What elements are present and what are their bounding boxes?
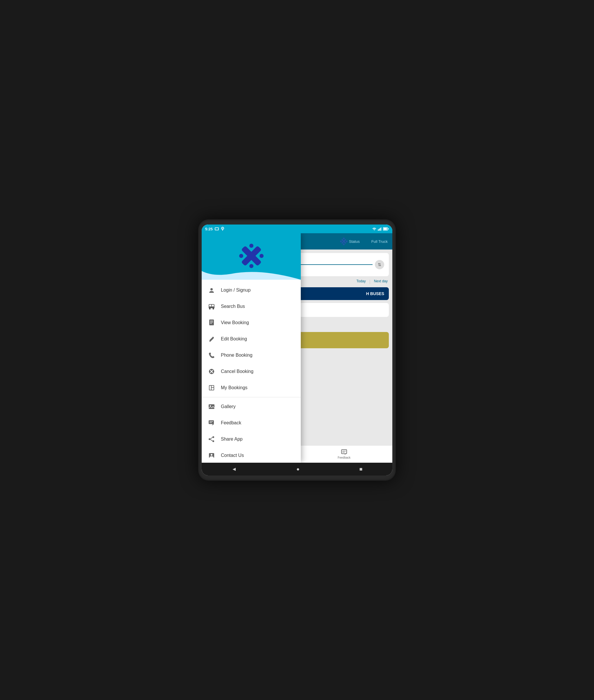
menu-item-share-app[interactable]: Share App — [202, 431, 301, 447]
hw-back-btn[interactable]: ◄ — [232, 466, 237, 472]
menu-my-bookings-label: My Bookings — [221, 385, 248, 390]
feedback-bottom-icon — [341, 449, 347, 455]
bg-tab-status: Status — [349, 239, 360, 244]
status-time: 5:25 — [205, 227, 213, 231]
menu-share-app-label: Share App — [221, 436, 243, 442]
tablet-frame: 5:25 — [198, 219, 396, 481]
svg-rect-9 — [384, 228, 387, 230]
main-area: Status Full Truck ⇅ Today | Next day — [202, 233, 392, 463]
menu-divider — [202, 397, 301, 397]
svg-rect-46 — [211, 388, 213, 390]
menu-item-edit-booking[interactable]: Edit Booking — [202, 331, 301, 347]
menu-cancel-booking-label: Cancel Booking — [221, 369, 254, 374]
feedback-icon — [207, 419, 216, 427]
svg-point-26 — [239, 254, 243, 258]
bg-bottom-feedback[interactable]: Feedback — [338, 449, 351, 459]
svg-rect-35 — [209, 319, 214, 325]
drawer-menu: Login / Signup — [202, 280, 301, 463]
menu-item-my-bookings[interactable]: My Bookings — [202, 380, 301, 396]
svg-rect-31 — [212, 305, 214, 307]
receipt-icon — [207, 319, 216, 327]
wifi-icon — [372, 227, 376, 231]
svg-point-14 — [343, 243, 345, 245]
gallery-icon — [207, 403, 216, 411]
svg-rect-1 — [215, 228, 218, 230]
svg-rect-5 — [379, 229, 380, 231]
menu-item-login[interactable]: Login / Signup — [202, 282, 301, 298]
share-icon — [207, 435, 216, 443]
bg-tab-fulltruck: Full Truck — [371, 239, 388, 244]
nav-drawer: Login / Signup — [202, 233, 301, 463]
drawer-header — [202, 233, 301, 280]
bg-search-label: H BUSES — [366, 291, 384, 296]
svg-rect-45 — [211, 386, 213, 387]
menu-phone-booking-label: Phone Booking — [221, 353, 253, 358]
svg-point-27 — [260, 254, 264, 258]
svg-point-48 — [210, 405, 211, 406]
svg-line-56 — [210, 440, 212, 441]
svg-point-53 — [209, 438, 210, 440]
menu-feedback-label: Feedback — [221, 420, 241, 425]
svg-point-54 — [212, 440, 214, 442]
bg-logo-small — [338, 236, 349, 247]
menu-item-view-booking[interactable]: View Booking — [202, 315, 301, 331]
menu-view-booking-label: View Booking — [221, 320, 249, 325]
phone-icon — [207, 351, 216, 359]
cancel-icon — [207, 368, 216, 376]
menu-gallery-label: Gallery — [221, 404, 236, 409]
svg-rect-32 — [209, 307, 214, 308]
svg-rect-7 — [381, 227, 382, 231]
contact-icon — [207, 451, 216, 459]
battery-icon — [383, 227, 389, 231]
menu-item-search-bus[interactable]: Search Bus — [202, 298, 301, 315]
menu-contact-label: Contact Us — [221, 453, 244, 458]
menu-edit-booking-label: Edit Booking — [221, 336, 247, 342]
app-logo — [237, 241, 266, 271]
person-icon — [207, 286, 216, 294]
menu-item-contact-us[interactable]: Contact Us — [202, 447, 301, 463]
menu-item-gallery[interactable]: Gallery — [202, 398, 301, 415]
bg-nextday-btn[interactable]: Next day — [374, 279, 388, 284]
bg-feedback-label: Feedback — [338, 456, 351, 459]
menu-item-cancel-booking[interactable]: Cancel Booking — [202, 363, 301, 380]
svg-rect-18 — [341, 450, 347, 454]
hw-nav: ◄ ● ■ — [202, 463, 392, 476]
svg-rect-4 — [378, 230, 379, 231]
svg-point-33 — [209, 308, 211, 310]
bg-swap-icon: ⇅ — [375, 260, 384, 269]
svg-rect-30 — [209, 305, 211, 307]
menu-login-label: Login / Signup — [221, 287, 251, 293]
svg-point-11 — [343, 238, 345, 239]
menu-search-bus-label: Search Bus — [221, 304, 245, 309]
menu-item-feedback[interactable]: Feedback — [202, 415, 301, 431]
svg-point-3 — [222, 228, 223, 229]
svg-rect-44 — [209, 386, 211, 390]
svg-rect-10 — [388, 228, 389, 230]
hw-home-btn[interactable]: ● — [296, 466, 300, 472]
svg-rect-49 — [209, 420, 214, 424]
bus-icon — [207, 302, 216, 311]
svg-point-34 — [213, 308, 214, 310]
signal-icon — [378, 227, 382, 231]
svg-point-12 — [340, 241, 342, 242]
svg-point-52 — [212, 436, 214, 438]
edit-icon — [207, 335, 216, 343]
svg-point-28 — [210, 288, 213, 290]
svg-point-25 — [249, 264, 254, 268]
bookmarks-icon — [207, 384, 216, 392]
hw-recent-btn[interactable]: ■ — [359, 466, 362, 472]
svg-rect-6 — [380, 228, 381, 231]
svg-point-24 — [249, 244, 254, 248]
bg-header-right: Status Full Truck — [349, 239, 388, 244]
status-icons — [372, 227, 389, 231]
menu-item-phone-booking[interactable]: Phone Booking — [202, 347, 301, 363]
sim-icon — [214, 227, 219, 231]
status-bar: 5:25 — [202, 224, 392, 233]
svg-line-55 — [210, 438, 212, 439]
svg-rect-47 — [209, 404, 214, 409]
svg-point-58 — [211, 454, 212, 456]
bg-today-btn[interactable]: Today — [356, 279, 366, 284]
svg-point-13 — [346, 241, 348, 242]
tablet-screen: 5:25 — [202, 224, 392, 476]
drawer-logo-container — [237, 241, 266, 272]
